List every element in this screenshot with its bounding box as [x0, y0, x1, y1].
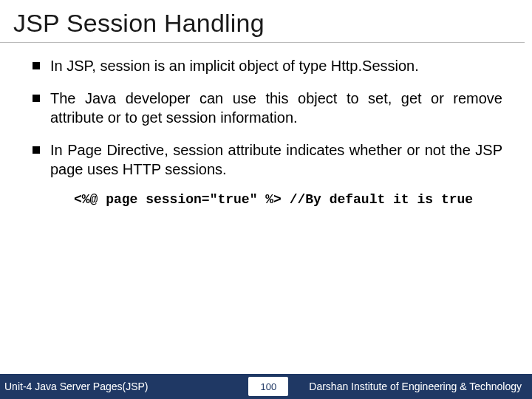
page-number-badge: 100 [248, 377, 288, 396]
code-snippet: <%@ page session="true" %> //By default … [74, 192, 502, 207]
footer-institute: Darshan Institute of Engineering & Techn… [309, 381, 532, 392]
square-bullet-icon [33, 62, 40, 69]
bullet-text: In JSP, session is an implicit object of… [50, 56, 502, 75]
page-number: 100 [260, 381, 276, 392]
slide: JSP Session Handling In JSP, session is … [0, 0, 532, 399]
bullet-text: In Page Directive, session attribute ind… [50, 140, 502, 179]
bullet-item: In Page Directive, session attribute ind… [33, 140, 502, 179]
footer-unit: Unit-4 Java Server Pages(JSP) [0, 381, 149, 392]
slide-content: In JSP, session is an implicit object of… [0, 43, 532, 399]
bullet-item: In JSP, session is an implicit object of… [33, 56, 502, 75]
slide-title: JSP Session Handling [0, 0, 525, 43]
square-bullet-icon [33, 146, 40, 154]
slide-footer: Unit-4 Java Server Pages(JSP) 100 Darsha… [0, 374, 532, 399]
bullet-text: The Java developer can use this object t… [50, 89, 502, 127]
square-bullet-icon [33, 95, 40, 102]
bullet-item: The Java developer can use this object t… [33, 89, 502, 127]
